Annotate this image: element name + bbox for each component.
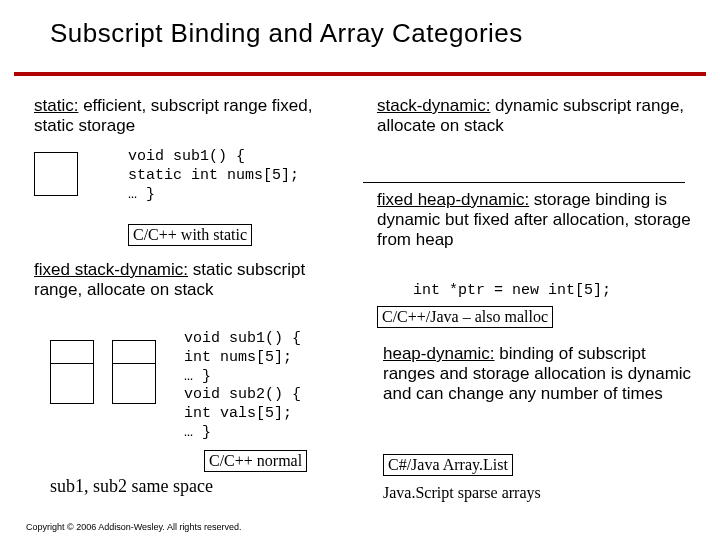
static-code: void sub1() { static int nums[5]; … }: [128, 148, 299, 204]
heap-dynamic-em: heap-dynamic:: [383, 344, 495, 363]
stack-dynamic-em: stack-dynamic:: [377, 96, 490, 115]
fixed-stack-em: fixed stack-dynamic:: [34, 260, 188, 279]
stack-dynamic-desc: stack-dynamic: dynamic subscript range, …: [363, 96, 709, 136]
fixed-stack-code: void sub1() { int nums[5]; … } void sub2…: [184, 330, 301, 443]
fixed-heap-desc: fixed heap-dynamic: storage binding is d…: [363, 190, 699, 250]
heap-dynamic-caption-2: Java.Script sparse arrays: [383, 484, 541, 502]
static-em: static:: [34, 96, 78, 115]
fixed-heap-caption: C/C++/Java – also malloc: [377, 306, 553, 328]
title-rule: [14, 72, 706, 76]
heap-dynamic-caption-1: C#/Java Array.List: [383, 454, 513, 476]
right-divider: [363, 182, 685, 183]
static-desc: static: efficient, subscript range fixed…: [20, 96, 350, 136]
fixed-stack-note: sub1, sub2 same space: [50, 476, 213, 497]
right-column: stack-dynamic: dynamic subscript range, …: [363, 96, 709, 140]
fixed-stack-desc: fixed stack-dynamic: static subscript ra…: [20, 260, 350, 300]
fixed-heap-code: int *ptr = new int[5];: [413, 282, 611, 301]
fixed-heap-em: fixed heap-dynamic:: [377, 190, 529, 209]
fixed-stack-diagram-2: [112, 340, 156, 404]
slide: Subscript Binding and Array Categories s…: [0, 0, 720, 540]
fixed-stack-diagram-1: [50, 340, 94, 404]
fixed-stack-caption: C/C++ normal: [204, 450, 307, 472]
page-title: Subscript Binding and Array Categories: [50, 18, 690, 49]
static-caption: C/C++ with static: [128, 224, 252, 246]
fixed-stack-diagram-2-line: [113, 363, 155, 364]
static-diagram: [34, 152, 78, 196]
footer-copyright: Copyright © 2006 Addison-Wesley. All rig…: [26, 522, 241, 532]
heap-dynamic-desc: heap-dynamic: binding of subscript range…: [369, 344, 699, 404]
left-column: static: efficient, subscript range fixed…: [20, 96, 350, 140]
fixed-stack-diagram-1-line: [51, 363, 93, 364]
